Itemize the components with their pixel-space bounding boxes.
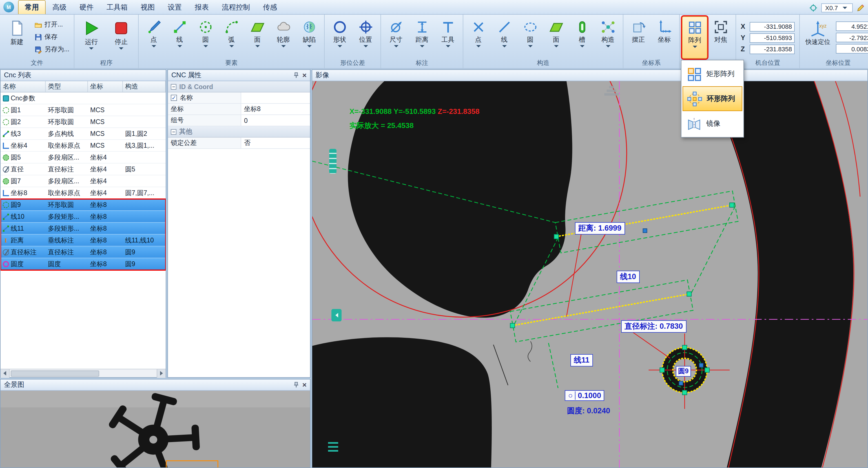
horizontal-scrollbar[interactable] <box>1 369 166 377</box>
lock-tolerance-value: 否 <box>241 138 310 148</box>
drag-grip-handle[interactable] <box>328 442 338 452</box>
scroll-left-button[interactable] <box>1 369 9 378</box>
tab-settings[interactable]: 设置 <box>161 1 188 14</box>
new-button[interactable]: 新建 <box>2 16 32 59</box>
prop-row-lock-tolerance[interactable]: 锁定公差 否 <box>168 138 310 149</box>
pin-icon[interactable] <box>293 382 300 388</box>
pencil-icon[interactable] <box>857 4 865 12</box>
coord-y-value[interactable]: -2.7923 <box>836 33 868 42</box>
cnc-row-6[interactable]: 圆5 多段扇区...坐标4 <box>1 152 166 164</box>
construct-line-button[interactable]: 线 <box>492 16 517 59</box>
cnc-row-13[interactable]: 距离 垂线标注坐标8线11,线10 <box>1 235 166 246</box>
coord-x-value[interactable]: 4.9521 <box>836 22 868 31</box>
name-checkbox[interactable]: ✓ <box>171 95 177 101</box>
scroll-right-button[interactable] <box>157 369 166 378</box>
column-header-type[interactable]: 类型 <box>45 81 88 92</box>
cnc-row-1[interactable]: Cnc参数 <box>1 92 166 104</box>
cnc-row-14[interactable]: 直径标注 直径标注坐标8圆9 <box>1 246 166 258</box>
coord-z-value[interactable]: 0.0083 <box>836 44 868 54</box>
cnc-row-11[interactable]: 线10 多段矩形...坐标8 <box>1 211 166 223</box>
section-other[interactable]: − 其他 <box>168 126 310 138</box>
cnc-row-3[interactable]: 圆2 环形取圆MCS <box>1 116 166 128</box>
shape-tolerance-button[interactable]: 形状 <box>327 16 352 59</box>
tab-report[interactable]: 报表 <box>189 1 215 14</box>
focus-button[interactable]: 对焦 <box>708 16 733 59</box>
machine-y-value[interactable]: -510.5893 <box>750 33 795 42</box>
line11-label[interactable]: 线11 <box>570 354 593 367</box>
scrollbar-thumb[interactable] <box>11 371 99 377</box>
collapse-icon[interactable]: − <box>171 129 177 135</box>
drag-grip-handle[interactable] <box>329 149 337 174</box>
element-contour-button[interactable]: 轮廓 <box>271 16 296 59</box>
collapse-left-button[interactable] <box>332 309 342 321</box>
close-icon[interactable]: × <box>302 71 307 79</box>
cnc-row-4[interactable]: 线3 多点构线MCS圆1,圆2 <box>1 128 166 140</box>
element-arc-button[interactable]: 弧 <box>219 16 244 59</box>
machine-z-value[interactable]: -231.8358 <box>750 44 795 54</box>
construct-network-button[interactable]: 构造 <box>595 16 621 59</box>
element-circle-button[interactable]: 圆 <box>193 16 218 59</box>
prop-row-group-no[interactable]: 组号 0 <box>168 115 310 126</box>
save-button[interactable]: 保存 <box>32 32 71 42</box>
scrollbar-track[interactable] <box>9 369 157 377</box>
menu-item-rect-array[interactable]: 矩形阵列 <box>683 61 742 86</box>
array-button[interactable]: 阵列 <box>682 16 707 59</box>
section-id-coord[interactable]: − ID & Coord <box>168 81 310 92</box>
construct-slot-button[interactable]: 槽 <box>569 16 595 59</box>
magnification-selector[interactable]: X0.7 <box>821 3 853 12</box>
app-logo[interactable]: M <box>3 2 14 12</box>
open-button[interactable]: 打开... <box>32 19 71 30</box>
tab-common[interactable]: 常用 <box>18 0 45 14</box>
close-icon[interactable]: × <box>302 381 307 388</box>
cnc-row-5[interactable]: 坐标4 取坐标原点MCS线3,圆1,... <box>1 140 166 152</box>
column-header-coord[interactable]: 坐标 <box>88 81 123 92</box>
element-line-button[interactable]: 线 <box>167 16 192 59</box>
camera-view[interactable]: X=-331.9088 Y=-510.5893 Z=-231.8358 实际放大… <box>312 81 867 467</box>
tab-flow-control[interactable]: 流程控制 <box>216 1 256 14</box>
annotation-tool-button[interactable]: 工具 <box>435 16 461 59</box>
pin-icon[interactable] <box>293 72 300 78</box>
collapse-icon[interactable]: − <box>171 84 177 89</box>
column-header-name[interactable]: 名称 <box>1 81 45 92</box>
line10-label[interactable]: 线10 <box>617 271 640 283</box>
circle9-label[interactable]: 圆9 <box>676 366 691 377</box>
distance-label[interactable]: 距离: 1.6999 <box>575 222 625 235</box>
quick-position-button[interactable]: 快速定位 <box>803 16 833 59</box>
tab-view[interactable]: 视图 <box>134 1 161 14</box>
dimension-button[interactable]: 尺寸 <box>383 16 409 59</box>
cnc-row-15[interactable]: 圆度 圆度坐标8圆9 <box>1 258 166 270</box>
element-plane-button[interactable]: 面 <box>245 16 270 59</box>
prop-row-coord[interactable]: 坐标 坐标8 <box>168 104 310 115</box>
distance-button[interactable]: 距离 <box>409 16 435 59</box>
coordinate-button[interactable]: 坐标 <box>652 16 677 59</box>
cnc-row-12[interactable]: 线11 多段矩形...坐标8 <box>1 223 166 235</box>
run-button[interactable]: 运行 <box>76 16 106 59</box>
align-button[interactable]: 摆正 <box>626 16 651 59</box>
tab-sensing[interactable]: 传感 <box>257 1 283 14</box>
tab-toolbox[interactable]: 工具箱 <box>100 1 134 14</box>
diameter-label[interactable]: 直径标注: 0.7830 <box>621 320 686 333</box>
menu-item-circular-array[interactable]: 环形阵列 <box>683 86 742 111</box>
panorama-image[interactable] <box>1 391 310 467</box>
tab-advanced[interactable]: 高级 <box>46 1 73 14</box>
tab-hardware[interactable]: 硬件 <box>73 1 100 14</box>
column-header-construction[interactable]: 构造 <box>123 81 166 92</box>
construct-circle-button[interactable]: 圆 <box>518 16 543 59</box>
cnc-row-9[interactable]: 坐标8 取坐标原点坐标4圆7,圆7,... <box>1 187 166 199</box>
position-tolerance-button[interactable]: 位置 <box>353 16 378 59</box>
construct-point-button[interactable]: 点 <box>466 16 491 59</box>
element-point-button[interactable]: 点 <box>141 16 166 59</box>
element-defect-button[interactable]: 缺陷 <box>297 16 322 59</box>
stop-button[interactable]: 停止 <box>106 16 136 59</box>
construct-plane-button[interactable]: 面 <box>544 16 569 59</box>
cnc-row-8[interactable]: 圆7 多段扇区...坐标4 <box>1 175 166 187</box>
roundness-value-label[interactable]: ○0.1000 <box>565 390 604 401</box>
cnc-row-10[interactable]: 圆9 环形取圆坐标8 <box>1 199 166 211</box>
cnc-row-2[interactable]: 圆1 环形取圆MCS <box>1 104 166 116</box>
layers-icon[interactable] <box>603 85 620 97</box>
save-as-button[interactable]: 另存为... <box>32 44 71 55</box>
prop-row-name[interactable]: ✓名称 <box>168 92 310 104</box>
machine-x-value[interactable]: -331.9088 <box>750 22 795 31</box>
cnc-row-7[interactable]: 直径 直径标注坐标4圆5 <box>1 164 166 175</box>
menu-item-mirror[interactable]: 镜像 <box>683 111 742 136</box>
